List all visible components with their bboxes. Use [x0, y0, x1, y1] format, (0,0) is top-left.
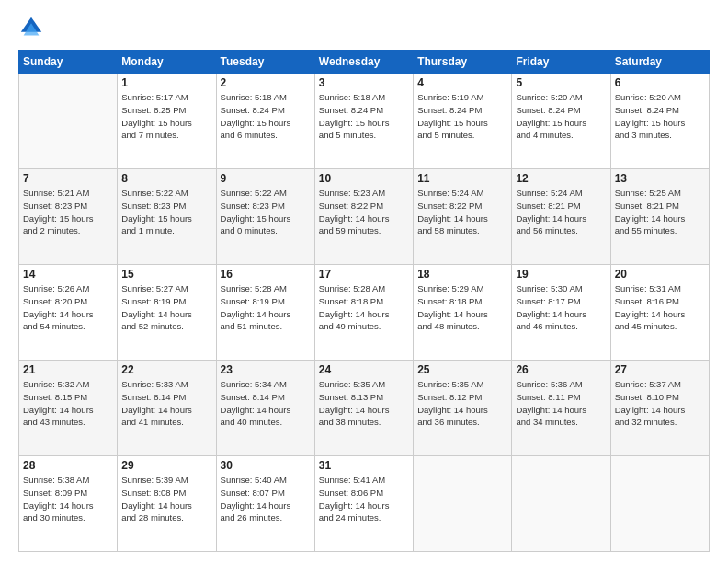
calendar-cell: 8Sunrise: 5:22 AMSunset: 8:23 PMDaylight…: [118, 169, 216, 265]
day-number: 21: [23, 363, 113, 376]
calendar-week-row: 28Sunrise: 5:38 AMSunset: 8:09 PMDayligh…: [19, 456, 710, 552]
day-info: Sunrise: 5:37 AMSunset: 8:10 PMDaylight:…: [615, 378, 705, 429]
day-info: Sunrise: 5:28 AMSunset: 8:18 PMDaylight:…: [319, 282, 409, 333]
day-number: 19: [516, 268, 606, 281]
calendar-header-friday: Friday: [512, 51, 610, 74]
day-info: Sunrise: 5:30 AMSunset: 8:17 PMDaylight:…: [516, 282, 606, 333]
calendar-cell: 14Sunrise: 5:26 AMSunset: 8:20 PMDayligh…: [19, 265, 118, 361]
day-number: 9: [221, 172, 311, 185]
calendar-cell: [610, 456, 709, 552]
calendar-cell: 1Sunrise: 5:17 AMSunset: 8:25 PMDaylight…: [118, 74, 216, 169]
day-number: 12: [516, 172, 606, 185]
logo: [18, 15, 48, 40]
day-info: Sunrise: 5:29 AMSunset: 8:18 PMDaylight:…: [417, 282, 507, 333]
calendar-cell: 30Sunrise: 5:40 AMSunset: 8:07 PMDayligh…: [216, 456, 314, 552]
day-number: 23: [221, 363, 311, 376]
day-number: 17: [319, 268, 409, 281]
day-info: Sunrise: 5:20 AMSunset: 8:24 PMDaylight:…: [615, 91, 705, 142]
calendar-header-monday: Monday: [118, 51, 216, 74]
calendar-cell: 13Sunrise: 5:25 AMSunset: 8:21 PMDayligh…: [610, 169, 709, 265]
day-number: 11: [417, 172, 507, 185]
day-info: Sunrise: 5:39 AMSunset: 8:08 PMDaylight:…: [121, 474, 211, 524]
calendar-cell: 2Sunrise: 5:18 AMSunset: 8:24 PMDaylight…: [216, 74, 314, 169]
calendar-cell: 23Sunrise: 5:34 AMSunset: 8:14 PMDayligh…: [216, 361, 314, 456]
calendar-header-wednesday: Wednesday: [314, 51, 413, 74]
day-info: Sunrise: 5:24 AMSunset: 8:22 PMDaylight:…: [417, 187, 507, 237]
calendar-cell: 25Sunrise: 5:35 AMSunset: 8:12 PMDayligh…: [414, 361, 512, 456]
day-info: Sunrise: 5:25 AMSunset: 8:21 PMDaylight:…: [615, 187, 705, 237]
calendar-cell: 15Sunrise: 5:27 AMSunset: 8:19 PMDayligh…: [118, 265, 216, 361]
day-number: 27: [615, 363, 705, 376]
day-info: Sunrise: 5:34 AMSunset: 8:14 PMDaylight:…: [221, 378, 311, 429]
day-number: 3: [319, 76, 409, 89]
day-info: Sunrise: 5:19 AMSunset: 8:24 PMDaylight:…: [417, 91, 507, 142]
day-info: Sunrise: 5:28 AMSunset: 8:19 PMDaylight:…: [221, 282, 311, 333]
calendar-cell: 6Sunrise: 5:20 AMSunset: 8:24 PMDaylight…: [610, 74, 709, 169]
calendar-header-tuesday: Tuesday: [216, 51, 314, 74]
day-info: Sunrise: 5:18 AMSunset: 8:24 PMDaylight:…: [221, 91, 311, 142]
calendar-header-row: SundayMondayTuesdayWednesdayThursdayFrid…: [19, 51, 710, 74]
day-number: 16: [221, 268, 311, 281]
calendar-week-row: 1Sunrise: 5:17 AMSunset: 8:25 PMDaylight…: [19, 74, 710, 169]
day-number: 22: [121, 363, 211, 376]
day-number: 25: [417, 363, 507, 376]
calendar-cell: 19Sunrise: 5:30 AMSunset: 8:17 PMDayligh…: [512, 265, 610, 361]
calendar-cell: 21Sunrise: 5:32 AMSunset: 8:15 PMDayligh…: [19, 361, 118, 456]
calendar-table: SundayMondayTuesdayWednesdayThursdayFrid…: [18, 50, 710, 552]
day-number: 8: [121, 172, 211, 185]
calendar-header-saturday: Saturday: [610, 51, 709, 74]
calendar-cell: 10Sunrise: 5:23 AMSunset: 8:22 PMDayligh…: [314, 169, 413, 265]
page: SundayMondayTuesdayWednesdayThursdayFrid…: [0, 0, 728, 563]
day-info: Sunrise: 5:24 AMSunset: 8:21 PMDaylight:…: [516, 187, 606, 237]
calendar-cell: 28Sunrise: 5:38 AMSunset: 8:09 PMDayligh…: [19, 456, 118, 552]
calendar-cell: 26Sunrise: 5:36 AMSunset: 8:11 PMDayligh…: [512, 361, 610, 456]
day-info: Sunrise: 5:17 AMSunset: 8:25 PMDaylight:…: [121, 91, 211, 142]
day-info: Sunrise: 5:40 AMSunset: 8:07 PMDaylight:…: [221, 474, 311, 524]
calendar-cell: [414, 456, 512, 552]
calendar-cell: 20Sunrise: 5:31 AMSunset: 8:16 PMDayligh…: [610, 265, 709, 361]
header: [18, 15, 710, 40]
calendar-cell: 29Sunrise: 5:39 AMSunset: 8:08 PMDayligh…: [118, 456, 216, 552]
calendar-cell: 7Sunrise: 5:21 AMSunset: 8:23 PMDaylight…: [19, 169, 118, 265]
day-info: Sunrise: 5:35 AMSunset: 8:12 PMDaylight:…: [417, 378, 507, 429]
calendar-cell: 24Sunrise: 5:35 AMSunset: 8:13 PMDayligh…: [314, 361, 413, 456]
day-info: Sunrise: 5:36 AMSunset: 8:11 PMDaylight:…: [516, 378, 606, 429]
calendar-cell: 16Sunrise: 5:28 AMSunset: 8:19 PMDayligh…: [216, 265, 314, 361]
day-number: 15: [121, 268, 211, 281]
day-number: 6: [615, 76, 705, 89]
day-number: 5: [516, 76, 606, 89]
calendar-cell: 12Sunrise: 5:24 AMSunset: 8:21 PMDayligh…: [512, 169, 610, 265]
day-info: Sunrise: 5:21 AMSunset: 8:23 PMDaylight:…: [23, 187, 113, 237]
day-info: Sunrise: 5:22 AMSunset: 8:23 PMDaylight:…: [221, 187, 311, 237]
calendar-cell: 9Sunrise: 5:22 AMSunset: 8:23 PMDaylight…: [216, 169, 314, 265]
calendar-cell: 18Sunrise: 5:29 AMSunset: 8:18 PMDayligh…: [414, 265, 512, 361]
day-info: Sunrise: 5:26 AMSunset: 8:20 PMDaylight:…: [23, 282, 113, 333]
day-number: 4: [417, 76, 507, 89]
calendar-cell: 5Sunrise: 5:20 AMSunset: 8:24 PMDaylight…: [512, 74, 610, 169]
calendar-cell: 31Sunrise: 5:41 AMSunset: 8:06 PMDayligh…: [314, 456, 413, 552]
calendar-week-row: 21Sunrise: 5:32 AMSunset: 8:15 PMDayligh…: [19, 361, 710, 456]
day-info: Sunrise: 5:31 AMSunset: 8:16 PMDaylight:…: [615, 282, 705, 333]
day-info: Sunrise: 5:18 AMSunset: 8:24 PMDaylight:…: [319, 91, 409, 142]
day-number: 24: [319, 363, 409, 376]
day-number: 2: [221, 76, 311, 89]
day-number: 7: [23, 172, 113, 185]
calendar-week-row: 7Sunrise: 5:21 AMSunset: 8:23 PMDaylight…: [19, 169, 710, 265]
day-number: 10: [319, 172, 409, 185]
day-number: 1: [121, 76, 211, 89]
day-number: 28: [23, 459, 113, 472]
day-number: 29: [121, 459, 211, 472]
day-info: Sunrise: 5:41 AMSunset: 8:06 PMDaylight:…: [319, 474, 409, 524]
day-number: 20: [615, 268, 705, 281]
logo-icon: [18, 15, 44, 40]
calendar-header-thursday: Thursday: [414, 51, 512, 74]
day-number: 31: [319, 459, 409, 472]
day-info: Sunrise: 5:27 AMSunset: 8:19 PMDaylight:…: [121, 282, 211, 333]
calendar-cell: 11Sunrise: 5:24 AMSunset: 8:22 PMDayligh…: [414, 169, 512, 265]
day-info: Sunrise: 5:20 AMSunset: 8:24 PMDaylight:…: [516, 91, 606, 142]
day-number: 18: [417, 268, 507, 281]
day-info: Sunrise: 5:32 AMSunset: 8:15 PMDaylight:…: [23, 378, 113, 429]
day-number: 14: [23, 268, 113, 281]
day-info: Sunrise: 5:22 AMSunset: 8:23 PMDaylight:…: [121, 187, 211, 237]
day-number: 26: [516, 363, 606, 376]
